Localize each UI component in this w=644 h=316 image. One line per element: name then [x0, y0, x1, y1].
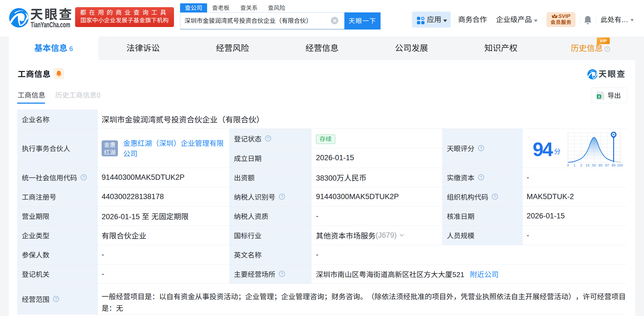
- svg-text:50: 50: [592, 163, 596, 167]
- svg-text:99: 99: [611, 163, 615, 167]
- svg-text:X: X: [598, 95, 600, 99]
- svg-text:1: 1: [574, 163, 576, 167]
- svg-text:15: 15: [585, 163, 589, 167]
- svg-text:85: 85: [598, 163, 602, 167]
- svg-text:3: 3: [580, 163, 582, 167]
- svg-text:100: 100: [617, 163, 623, 167]
- svg-text:97: 97: [605, 163, 609, 167]
- svg-text:0: 0: [567, 163, 569, 167]
